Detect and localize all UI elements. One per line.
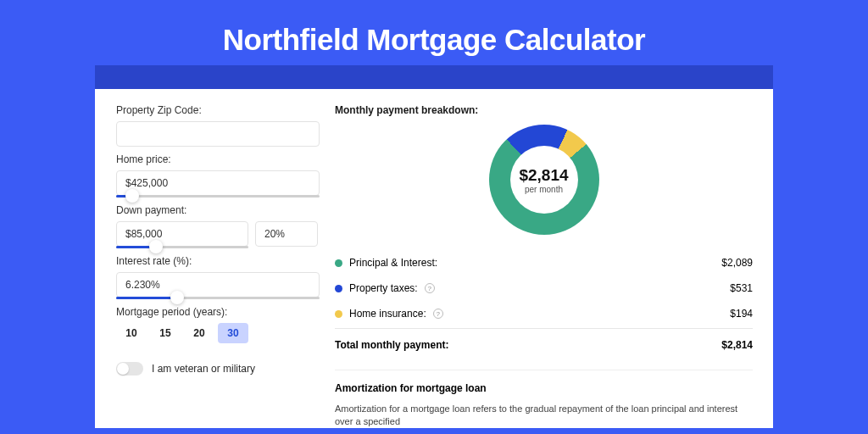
- legend-value: $194: [730, 308, 753, 320]
- help-icon[interactable]: ?: [425, 283, 435, 293]
- donut-center: $2,814 per month: [510, 146, 578, 214]
- total-value: $2,814: [721, 339, 753, 351]
- down-payment-slider-thumb[interactable]: [149, 240, 163, 253]
- veteran-toggle-knob: [117, 363, 129, 375]
- legend-row-0: Principal & Interest:$2,089: [335, 250, 753, 275]
- home-price-group: Home price:: [116, 153, 311, 198]
- veteran-label: I am veteran or military: [152, 363, 255, 375]
- help-icon[interactable]: ?: [433, 309, 443, 319]
- interest-slider[interactable]: [116, 297, 320, 299]
- zip-input[interactable]: [116, 121, 320, 147]
- interest-slider-thumb[interactable]: [170, 291, 184, 304]
- amortization-title: Amortization for mortgage loan: [335, 382, 753, 394]
- legend-value: $2,089: [721, 257, 753, 269]
- page-title: Northfield Mortgage Calculator: [0, 0, 868, 65]
- legend-dot-yellow: [335, 310, 342, 318]
- legend: Principal & Interest:$2,089Property taxe…: [335, 250, 753, 326]
- down-payment-amount-input[interactable]: [116, 221, 248, 247]
- period-label: Mortgage period (years):: [116, 306, 311, 318]
- interest-label: Interest rate (%):: [116, 255, 311, 267]
- legend-label: Property taxes:: [349, 282, 418, 294]
- header-band: [95, 65, 773, 89]
- legend-dot-blue: [335, 285, 342, 292]
- breakdown-title: Monthly payment breakdown:: [335, 104, 753, 116]
- donut-value: $2,814: [519, 166, 568, 185]
- interest-group: Interest rate (%):: [116, 255, 311, 299]
- period-button-20[interactable]: 20: [184, 323, 214, 343]
- zip-label: Property Zip Code:: [116, 104, 311, 116]
- legend-dot-green: [335, 259, 342, 267]
- veteran-row: I am veteran or military: [116, 362, 311, 376]
- down-payment-slider[interactable]: [116, 246, 248, 248]
- legend-label: Principal & Interest:: [349, 257, 437, 269]
- period-button-15[interactable]: 15: [150, 323, 181, 343]
- down-payment-percent-input[interactable]: [255, 221, 318, 247]
- total-row: Total monthly payment: $2,814: [335, 328, 753, 358]
- zip-group: Property Zip Code:: [116, 104, 311, 147]
- legend-row-2: Home insurance:?$194: [335, 301, 753, 326]
- period-group: Mortgage period (years): 10152030: [116, 306, 311, 343]
- calculator-card: Property Zip Code: Home price: Down paym…: [95, 89, 773, 428]
- home-price-label: Home price:: [116, 153, 311, 165]
- period-row: 10152030: [116, 323, 311, 343]
- interest-input[interactable]: [116, 272, 320, 298]
- amortization-section: Amortization for mortgage loan Amortizat…: [335, 370, 753, 429]
- period-button-30[interactable]: 30: [218, 323, 248, 343]
- donut-label: per month: [525, 185, 563, 194]
- down-payment-row: [116, 221, 311, 248]
- legend-row-1: Property taxes:?$531: [335, 275, 753, 301]
- donut-wrap: $2,814 per month: [335, 125, 753, 235]
- legend-label: Home insurance:: [349, 308, 426, 320]
- amortization-text: Amortization for a mortgage loan refers …: [335, 403, 753, 429]
- total-label: Total monthly payment:: [335, 339, 448, 351]
- legend-value: $531: [730, 282, 753, 294]
- home-price-slider-thumb[interactable]: [125, 189, 139, 203]
- donut-chart: $2,814 per month: [489, 125, 599, 235]
- down-payment-label: Down payment:: [116, 204, 311, 216]
- home-price-slider[interactable]: [116, 195, 320, 198]
- down-payment-group: Down payment:: [116, 204, 311, 248]
- breakdown-column: Monthly payment breakdown: $2,814 per mo…: [326, 104, 773, 428]
- home-price-input[interactable]: [116, 170, 320, 196]
- form-column: Property Zip Code: Home price: Down paym…: [95, 104, 311, 428]
- veteran-toggle[interactable]: [116, 362, 143, 376]
- period-button-10[interactable]: 10: [116, 323, 147, 343]
